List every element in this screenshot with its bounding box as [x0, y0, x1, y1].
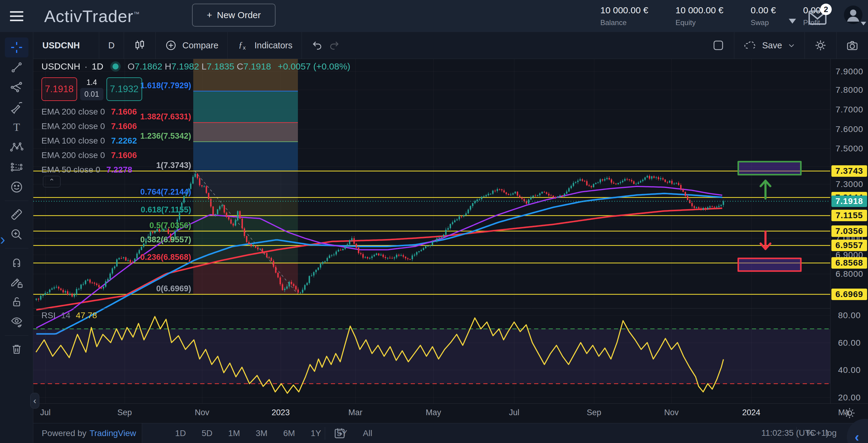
market-status-dot-icon[interactable] [113, 64, 119, 69]
indicator-value: 7.1606 [111, 122, 137, 131]
snapshot-button[interactable] [837, 32, 868, 59]
indicator-row[interactable]: EMA 200 close 07.1606 [41, 148, 137, 163]
trend-line-tool[interactable] [5, 58, 28, 77]
indicator-row[interactable]: EMA 50 close 07.2278 [41, 163, 137, 177]
fib-label: 0.764(7.2144) [140, 188, 191, 197]
legend-separator: · [84, 61, 87, 72]
zoom-in-tool[interactable] [5, 225, 28, 244]
legend-symbol[interactable]: USDCNH [41, 61, 80, 72]
indicators-button[interactable]: ƒx Indicators [228, 32, 302, 59]
stat-balance: 10 000.00 €Balance [600, 5, 648, 27]
level-price-badge: 7.3743 [831, 165, 867, 177]
time-tick: Ma [826, 408, 862, 417]
xabcd-pattern-tool[interactable] [5, 137, 28, 157]
range-button-6m[interactable]: 6M [279, 427, 299, 439]
time-tick: Jul [27, 408, 63, 417]
range-button-5d[interactable]: 5D [197, 427, 217, 439]
crosshair-tool[interactable] [5, 37, 28, 58]
indicator-row[interactable]: EMA 200 close 07.1606 [41, 105, 137, 119]
fib-label: 0(6.6969) [156, 284, 191, 294]
undo-redo-group [302, 32, 350, 59]
buy-price-button[interactable]: 7.1932 [106, 77, 142, 101]
measure-tool[interactable] [5, 205, 28, 225]
ohlc-value: 7.1862 [134, 61, 162, 71]
range-button-1d[interactable]: 1D [171, 427, 190, 439]
time-tick: Jul [496, 408, 532, 417]
stat-value: 10 000.00 € [675, 5, 723, 15]
symbol-search-button[interactable]: USDCNH [33, 32, 99, 59]
account-avatar[interactable] [843, 5, 863, 27]
level-price-badge: 7.1155 [831, 210, 867, 221]
range-button-all[interactable]: All [359, 427, 376, 439]
remove-drawings-tool[interactable] [5, 339, 28, 359]
stat-value: 10 000.00 € [600, 5, 648, 15]
plus-icon: + [207, 10, 212, 20]
ohlc-value: 7.1982 [171, 61, 199, 71]
pitchfork-tool[interactable] [5, 77, 28, 97]
level-price-badge: 7.0356 [831, 226, 867, 237]
new-order-button[interactable]: + New Order [192, 4, 276, 27]
stat-label: Equity [675, 19, 723, 27]
tradingview-link[interactable]: TradingView [90, 429, 136, 438]
range-button-1y[interactable]: 1Y [306, 427, 325, 439]
undo-icon[interactable] [311, 39, 323, 52]
price-tick: 7.9000 [831, 67, 868, 76]
emoji-tool[interactable] [5, 177, 28, 197]
cloud-save-icon [743, 39, 757, 52]
indicator-label: EMA 200 close 0 [41, 150, 105, 160]
time-tick: Sep [576, 408, 612, 417]
sell-price-button[interactable]: 7.1918 [41, 77, 77, 101]
indicator-row[interactable]: EMA 200 close 07.1606 [41, 119, 137, 134]
text-tool[interactable]: T [5, 117, 28, 137]
panel-collapse-handle[interactable]: ‹ [30, 393, 39, 409]
svg-text:x: x [243, 44, 246, 51]
svg-text:T: T [13, 121, 20, 133]
watchlist-expand-chevron-icon[interactable]: › [0, 230, 5, 248]
interval-button[interactable]: D [99, 32, 124, 59]
collapse-indicators-button[interactable]: ⌃ [43, 176, 61, 188]
go-to-date-button[interactable] [333, 427, 347, 442]
price-chart-canvas[interactable] [33, 59, 830, 403]
calendar-icon [333, 427, 347, 440]
notifications-button[interactable]: 2 [807, 7, 828, 26]
drawing-lock-tool[interactable] [5, 272, 28, 292]
fullscreen-button[interactable] [703, 32, 734, 59]
lock-all-tool[interactable] [5, 292, 28, 312]
ohlc-key: L [202, 61, 207, 71]
avatar-dropdown-caret-icon[interactable] [861, 22, 866, 25]
scale-button-log[interactable]: log [825, 428, 837, 438]
redo-icon[interactable] [329, 39, 341, 52]
level-price-badge: 6.8568 [831, 257, 867, 269]
fib-label: 1.382(7.6331) [140, 112, 191, 122]
price-tick: 7.8000 [831, 85, 868, 95]
range-button-3m[interactable]: 3M [252, 427, 272, 439]
profit-dropdown-caret-icon[interactable] [789, 19, 796, 24]
forecast-tool[interactable] [5, 157, 28, 177]
time-tick: 2024 [733, 408, 769, 417]
hide-drawings-tool[interactable] [5, 312, 28, 332]
save-button[interactable]: Save [734, 32, 805, 59]
price-axis[interactable]: 7.90007.80007.70007.60007.50007.30007.00… [830, 59, 868, 403]
range-button-1m[interactable]: 1M [224, 427, 244, 439]
lot-size-value[interactable]: 0.01 [80, 88, 103, 100]
rsi-tick: 80.00 [831, 311, 868, 320]
indicator-label: EMA 200 close 0 [41, 107, 105, 117]
indicator-value: 7.1606 [111, 150, 137, 160]
notification-badge: 2 [820, 4, 832, 15]
indicator-row[interactable]: EMA 100 close 07.2262 [41, 134, 137, 148]
price-tick: 6.8000 [831, 269, 868, 279]
brush-tool[interactable] [5, 97, 28, 117]
fib-label: 1.236(7.5342) [140, 131, 191, 141]
time-tick: Mar [337, 408, 373, 417]
time-axis[interactable]: JulSepNov2023MarMayJulSepNov2024Ma [33, 403, 868, 423]
time-tick: Nov [184, 408, 220, 417]
compare-button[interactable]: Compare [156, 32, 228, 59]
scale-button-percent[interactable]: % [806, 428, 814, 438]
chart-style-button[interactable] [124, 32, 156, 59]
level-price-badge: 6.6969 [831, 288, 867, 300]
magnet-tool[interactable] [5, 252, 28, 272]
fib-label: 1.618(7.7929) [140, 81, 191, 90]
chart-settings-button[interactable] [805, 32, 837, 59]
powered-by: Powered by TradingView [33, 423, 142, 443]
hamburger-menu-icon[interactable] [0, 0, 33, 32]
